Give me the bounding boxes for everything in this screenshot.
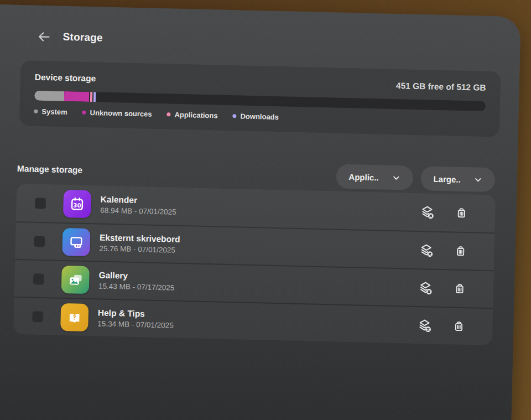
legend-dot-icon [82, 111, 86, 115]
legend-label: Unknown sources [90, 108, 152, 118]
clear-storage-button[interactable] [418, 280, 434, 296]
storage-usage-bar [34, 91, 486, 111]
free-space-label: 451 GB free of 512 GB [396, 81, 486, 93]
sort-dropdown-label: Large.. [433, 174, 461, 184]
legend-label: System [41, 107, 67, 116]
window-content: Storage Device storage 451 GB free of 51… [0, 4, 521, 346]
uninstall-button[interactable] [452, 243, 468, 260]
legend-dot-icon [34, 110, 38, 113]
filter-dropdown-label: Applic.. [348, 172, 379, 182]
legend-label: Applications [174, 111, 217, 120]
app-select-checkbox[interactable] [32, 310, 43, 322]
clear-storage-button[interactable] [417, 318, 433, 334]
clear-storage-icon [418, 242, 434, 258]
manage-storage-title: Manage storage [17, 164, 329, 181]
storage-legend: SystemUnknown sourcesApplicationsDownloa… [34, 107, 485, 126]
app-select-checkbox[interactable] [33, 273, 44, 284]
trash-icon [454, 206, 469, 221]
clear-storage-icon [417, 318, 433, 334]
bar-segment-unknown-sources [64, 91, 89, 102]
sort-dropdown-size[interactable]: Large.. [420, 166, 495, 192]
svg-text:?: ? [72, 314, 76, 321]
app-list: 30 Kalender 68.94 MB - 07/01/2025 [13, 184, 496, 345]
device-storage-card: Device storage 451 GB free of 512 GB Sys… [19, 60, 501, 137]
uninstall-button[interactable] [451, 318, 467, 334]
legend-dot-icon [167, 112, 171, 116]
clear-storage-icon [418, 280, 434, 296]
app-select-checkbox[interactable] [34, 197, 46, 209]
bar-segment-system [34, 91, 64, 101]
help-app-icon: ? [60, 303, 88, 331]
legend-item-applications: Applications [166, 110, 217, 120]
trash-icon [452, 282, 467, 297]
chevron-down-icon [392, 173, 400, 182]
clear-storage-icon [419, 204, 435, 220]
trash-icon [453, 244, 468, 259]
calendar-app-icon: 30 [63, 190, 91, 218]
gallery-app-icon [61, 266, 90, 294]
chevron-down-icon [474, 175, 482, 184]
legend-item-downloads: Downloads [232, 112, 279, 121]
page-title: Storage [63, 31, 103, 44]
storage-settings-window: Storage Device storage 451 GB free of 51… [0, 3, 521, 420]
clear-storage-button[interactable] [418, 242, 434, 258]
svg-text:30: 30 [73, 202, 81, 208]
back-arrow-icon [36, 29, 51, 44]
device-storage-title: Device storage [35, 72, 96, 84]
back-button[interactable] [35, 29, 51, 45]
filter-dropdown-app-type[interactable]: Applic.. [336, 164, 413, 190]
bar-segment-applications [90, 92, 93, 102]
legend-item-system: System [34, 107, 67, 116]
remote-desktop-app-icon [62, 228, 90, 256]
bar-segment-downloads [93, 92, 96, 102]
uninstall-button[interactable] [454, 205, 470, 221]
legend-label: Downloads [240, 112, 279, 121]
trash-icon [451, 319, 466, 334]
legend-item-unknown-sources: Unknown sources [82, 108, 152, 118]
clear-storage-button[interactable] [419, 204, 435, 220]
uninstall-button[interactable] [452, 281, 468, 297]
legend-dot-icon [232, 114, 236, 118]
app-select-checkbox[interactable] [34, 235, 45, 247]
header-bar: Storage [35, 29, 520, 56]
